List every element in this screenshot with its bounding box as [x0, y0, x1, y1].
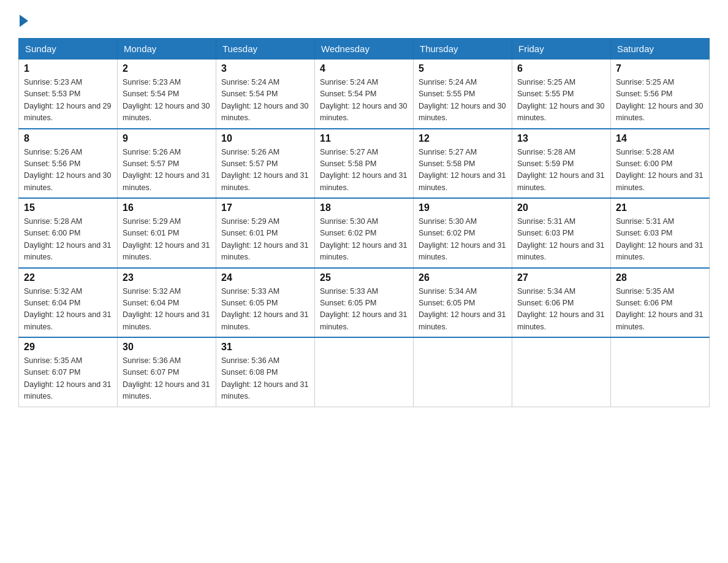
calendar-cell: 3Sunrise: 5:24 AMSunset: 5:54 PMDaylight…	[216, 59, 315, 129]
day-info: Sunrise: 5:28 AMSunset: 6:00 PMDaylight:…	[24, 216, 112, 264]
calendar-week-row: 29Sunrise: 5:35 AMSunset: 6:07 PMDayligh…	[19, 337, 710, 407]
day-info: Sunrise: 5:36 AMSunset: 6:07 PMDaylight:…	[123, 355, 211, 403]
day-number: 19	[419, 202, 507, 213]
calendar-cell: 21Sunrise: 5:31 AMSunset: 6:03 PMDayligh…	[611, 198, 710, 268]
calendar-cell: 17Sunrise: 5:29 AMSunset: 6:01 PMDayligh…	[216, 198, 315, 268]
calendar-cell: 11Sunrise: 5:27 AMSunset: 5:58 PMDayligh…	[315, 129, 414, 199]
calendar-cell: 27Sunrise: 5:34 AMSunset: 6:06 PMDayligh…	[512, 268, 611, 338]
calendar-week-row: 8Sunrise: 5:26 AMSunset: 5:56 PMDaylight…	[19, 129, 710, 199]
calendar-cell: 30Sunrise: 5:36 AMSunset: 6:07 PMDayligh…	[118, 337, 216, 407]
day-number: 20	[517, 202, 605, 213]
calendar-header-tuesday: Tuesday	[216, 39, 315, 59]
day-info: Sunrise: 5:24 AMSunset: 5:54 PMDaylight:…	[221, 77, 309, 124]
day-info: Sunrise: 5:31 AMSunset: 6:03 PMDaylight:…	[517, 216, 605, 264]
day-info: Sunrise: 5:29 AMSunset: 6:01 PMDaylight:…	[123, 216, 211, 264]
calendar-cell: 9Sunrise: 5:26 AMSunset: 5:57 PMDaylight…	[118, 129, 216, 199]
day-number: 24	[221, 272, 309, 283]
calendar-cell: 10Sunrise: 5:26 AMSunset: 5:57 PMDayligh…	[216, 129, 315, 199]
day-info: Sunrise: 5:32 AMSunset: 6:04 PMDaylight:…	[123, 286, 211, 334]
day-info: Sunrise: 5:34 AMSunset: 6:06 PMDaylight:…	[517, 286, 605, 334]
day-info: Sunrise: 5:25 AMSunset: 5:56 PMDaylight:…	[616, 77, 704, 124]
day-number: 22	[24, 272, 112, 283]
calendar-header-row: SundayMondayTuesdayWednesdayThursdayFrid…	[19, 39, 710, 59]
calendar-header-friday: Friday	[512, 39, 611, 59]
calendar-cell: 7Sunrise: 5:25 AMSunset: 5:56 PMDaylight…	[611, 59, 710, 129]
calendar-cell: 14Sunrise: 5:28 AMSunset: 6:00 PMDayligh…	[611, 129, 710, 199]
calendar-cell: 15Sunrise: 5:28 AMSunset: 6:00 PMDayligh…	[19, 198, 118, 268]
logo	[18, 12, 28, 27]
day-number: 11	[320, 133, 408, 144]
calendar-cell: 8Sunrise: 5:26 AMSunset: 5:56 PMDaylight…	[19, 129, 118, 199]
calendar-cell: 23Sunrise: 5:32 AMSunset: 6:04 PMDayligh…	[118, 268, 216, 338]
calendar-week-row: 1Sunrise: 5:23 AMSunset: 5:53 PMDaylight…	[19, 59, 710, 129]
day-number: 27	[517, 272, 605, 283]
day-info: Sunrise: 5:27 AMSunset: 5:58 PMDaylight:…	[320, 147, 408, 194]
calendar-header-saturday: Saturday	[611, 39, 710, 59]
calendar-cell: 18Sunrise: 5:30 AMSunset: 6:02 PMDayligh…	[315, 198, 414, 268]
day-number: 18	[320, 202, 408, 213]
day-info: Sunrise: 5:23 AMSunset: 5:53 PMDaylight:…	[24, 77, 112, 124]
day-number: 25	[320, 272, 408, 283]
day-number: 2	[123, 63, 211, 74]
day-number: 29	[24, 342, 112, 353]
calendar-cell: 5Sunrise: 5:24 AMSunset: 5:55 PMDaylight…	[414, 59, 512, 129]
calendar-cell	[315, 337, 414, 407]
day-number: 28	[616, 272, 704, 283]
day-info: Sunrise: 5:33 AMSunset: 6:05 PMDaylight:…	[320, 286, 408, 334]
day-info: Sunrise: 5:28 AMSunset: 6:00 PMDaylight:…	[616, 147, 704, 194]
day-info: Sunrise: 5:31 AMSunset: 6:03 PMDaylight:…	[616, 216, 704, 264]
calendar-cell: 29Sunrise: 5:35 AMSunset: 6:07 PMDayligh…	[19, 337, 118, 407]
day-info: Sunrise: 5:29 AMSunset: 6:01 PMDaylight:…	[221, 216, 309, 264]
calendar-cell: 2Sunrise: 5:23 AMSunset: 5:54 PMDaylight…	[118, 59, 216, 129]
calendar-cell: 13Sunrise: 5:28 AMSunset: 5:59 PMDayligh…	[512, 129, 611, 199]
day-number: 21	[616, 202, 704, 213]
day-info: Sunrise: 5:36 AMSunset: 6:08 PMDaylight:…	[221, 355, 309, 403]
day-number: 1	[24, 63, 112, 74]
calendar-cell: 19Sunrise: 5:30 AMSunset: 6:02 PMDayligh…	[414, 198, 512, 268]
day-number: 9	[123, 133, 211, 144]
day-number: 6	[517, 63, 605, 74]
calendar-cell: 24Sunrise: 5:33 AMSunset: 6:05 PMDayligh…	[216, 268, 315, 338]
day-number: 16	[123, 202, 211, 213]
day-info: Sunrise: 5:35 AMSunset: 6:07 PMDaylight:…	[24, 355, 112, 403]
calendar-cell	[611, 337, 710, 407]
logo-arrow-icon	[20, 15, 28, 27]
calendar-cell: 16Sunrise: 5:29 AMSunset: 6:01 PMDayligh…	[118, 198, 216, 268]
day-info: Sunrise: 5:24 AMSunset: 5:54 PMDaylight:…	[320, 77, 408, 124]
day-number: 7	[616, 63, 704, 74]
calendar-cell: 31Sunrise: 5:36 AMSunset: 6:08 PMDayligh…	[216, 337, 315, 407]
day-number: 4	[320, 63, 408, 74]
calendar-cell: 26Sunrise: 5:34 AMSunset: 6:05 PMDayligh…	[414, 268, 512, 338]
day-number: 31	[221, 342, 309, 353]
calendar-cell: 28Sunrise: 5:35 AMSunset: 6:06 PMDayligh…	[611, 268, 710, 338]
calendar-cell: 22Sunrise: 5:32 AMSunset: 6:04 PMDayligh…	[19, 268, 118, 338]
day-info: Sunrise: 5:28 AMSunset: 5:59 PMDaylight:…	[517, 147, 605, 194]
calendar-table: SundayMondayTuesdayWednesdayThursdayFrid…	[18, 38, 710, 407]
day-info: Sunrise: 5:30 AMSunset: 6:02 PMDaylight:…	[320, 216, 408, 264]
calendar-header-monday: Monday	[118, 39, 216, 59]
calendar-cell	[512, 337, 611, 407]
day-info: Sunrise: 5:24 AMSunset: 5:55 PMDaylight:…	[419, 77, 507, 124]
day-number: 3	[221, 63, 309, 74]
calendar-cell: 6Sunrise: 5:25 AMSunset: 5:55 PMDaylight…	[512, 59, 611, 129]
day-info: Sunrise: 5:26 AMSunset: 5:57 PMDaylight:…	[221, 147, 309, 194]
calendar-header-sunday: Sunday	[19, 39, 118, 59]
day-number: 17	[221, 202, 309, 213]
day-number: 23	[123, 272, 211, 283]
calendar-cell	[414, 337, 512, 407]
day-number: 14	[616, 133, 704, 144]
calendar-cell: 1Sunrise: 5:23 AMSunset: 5:53 PMDaylight…	[19, 59, 118, 129]
calendar-week-row: 22Sunrise: 5:32 AMSunset: 6:04 PMDayligh…	[19, 268, 710, 338]
day-number: 13	[517, 133, 605, 144]
day-info: Sunrise: 5:32 AMSunset: 6:04 PMDaylight:…	[24, 286, 112, 334]
calendar-cell: 20Sunrise: 5:31 AMSunset: 6:03 PMDayligh…	[512, 198, 611, 268]
day-info: Sunrise: 5:25 AMSunset: 5:55 PMDaylight:…	[517, 77, 605, 124]
day-number: 26	[419, 272, 507, 283]
day-info: Sunrise: 5:35 AMSunset: 6:06 PMDaylight:…	[616, 286, 704, 334]
calendar-header-thursday: Thursday	[414, 39, 512, 59]
day-info: Sunrise: 5:30 AMSunset: 6:02 PMDaylight:…	[419, 216, 507, 264]
page-header	[18, 12, 710, 27]
day-number: 15	[24, 202, 112, 213]
calendar-cell: 12Sunrise: 5:27 AMSunset: 5:58 PMDayligh…	[414, 129, 512, 199]
day-info: Sunrise: 5:26 AMSunset: 5:57 PMDaylight:…	[123, 147, 211, 194]
